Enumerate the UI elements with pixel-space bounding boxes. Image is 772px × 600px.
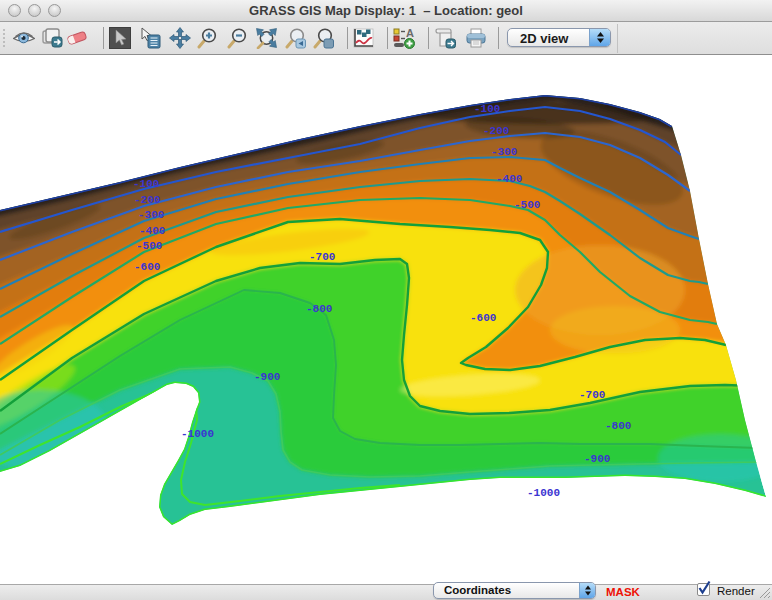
- svg-text:-800: -800: [605, 420, 631, 432]
- svg-text:-100: -100: [474, 103, 500, 115]
- svg-text:A: A: [406, 27, 414, 39]
- svg-text:-1000: -1000: [181, 428, 214, 440]
- svg-text:-600: -600: [134, 261, 160, 273]
- svg-text:-300: -300: [138, 209, 164, 221]
- svg-text:-100: -100: [133, 178, 159, 190]
- svg-text:-600: -600: [470, 312, 496, 324]
- svg-text:-900: -900: [584, 453, 610, 465]
- svg-text:-200: -200: [134, 194, 160, 206]
- svg-text:-500: -500: [136, 240, 162, 252]
- svg-text:-500: -500: [514, 199, 540, 211]
- svg-text:-700: -700: [309, 251, 335, 263]
- svg-text:-400: -400: [496, 173, 522, 185]
- svg-text:-900: -900: [254, 371, 280, 383]
- svg-text:-800: -800: [306, 303, 332, 315]
- svg-text:-700: -700: [579, 389, 605, 401]
- svg-text:-300: -300: [491, 146, 517, 158]
- svg-text:-1000: -1000: [527, 487, 560, 499]
- svg-text:-200: -200: [483, 125, 509, 137]
- svg-text:-400: -400: [139, 225, 165, 237]
